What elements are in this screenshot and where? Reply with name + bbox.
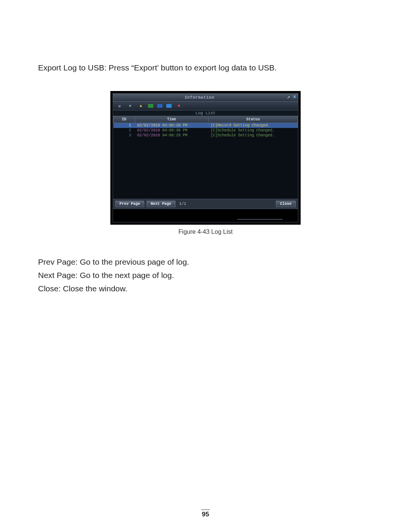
prev-page-button[interactable]: Prev Page — [115, 201, 144, 207]
definition-text: Go to the next page of log. — [78, 271, 174, 280]
col-header-status[interactable]: Status — [209, 116, 298, 123]
log-panel: ID Time Status 102/02/2010 04:08:39 PM[C… — [113, 116, 298, 199]
definition-line: Prev Page: Go to the previous page of lo… — [38, 256, 373, 268]
definition-line: Close: Close the window. — [38, 283, 373, 295]
definition-label: Next Page: — [38, 271, 78, 280]
green-tab-icon[interactable] — [148, 104, 153, 108]
window-titlebar: Information ➚ × — [113, 93, 298, 102]
cell-id: 1 — [113, 123, 135, 128]
page-indicator: 1/1 — [179, 202, 186, 206]
folder-icon[interactable] — [166, 104, 172, 108]
definition-label: Prev Page: — [38, 257, 78, 266]
definition-line: Next Page: Go to the next page of log. — [38, 269, 373, 282]
table-row[interactable]: 202/02/2010 04:08:30 PM[C]Schedule Setti… — [113, 128, 298, 133]
dvr-window: Information ➚ × ⚒ ● ▲ ■ Log List ID — [110, 91, 301, 225]
device-icon[interactable]: ■ — [175, 103, 182, 109]
cell-status: [C]Record Setting Changed. — [209, 123, 298, 128]
cell-status: [C]Schedule Setting Changed. — [209, 133, 298, 138]
figure-caption: Figure 4-43 Log List — [110, 228, 301, 235]
table-row[interactable]: 102/02/2010 04:08:39 PM[C]Record Setting… — [113, 123, 298, 128]
cursor-icon: ➚ — [286, 95, 291, 100]
close-button[interactable]: Close — [276, 201, 296, 207]
document-page: Export Log to USB: Press “Export’ button… — [0, 0, 411, 532]
playback-line-icon — [237, 219, 283, 220]
intro-label: Export Log to USB: — [38, 63, 107, 72]
cell-status: [C]Schedule Setting Changed. — [209, 128, 298, 133]
tools-icon[interactable]: ⚒ — [116, 103, 123, 109]
cell-time: 02/02/2010 04:08:26 PM — [135, 133, 209, 138]
window-title: Information — [113, 95, 286, 100]
cell-id: 3 — [113, 133, 135, 138]
definitions: Prev Page: Go to the previous page of lo… — [38, 256, 373, 295]
close-icon[interactable]: × — [291, 94, 298, 101]
next-page-button[interactable]: Next Page — [147, 201, 175, 207]
panel-subtitle: Log List — [113, 110, 298, 116]
definition-text: Go to the previous page of log. — [78, 257, 189, 266]
log-empty-area — [113, 138, 298, 199]
cell-time: 02/02/2010 04:08:30 PM — [135, 128, 209, 133]
col-header-id[interactable]: ID — [113, 116, 135, 123]
intro-text: Press “Export’ button to export log data… — [107, 63, 277, 72]
intro-line: Export Log to USB: Press “Export’ button… — [38, 62, 373, 73]
page-number: 95 — [0, 510, 411, 518]
blue-tab-icon[interactable] — [157, 104, 162, 108]
table-row[interactable]: 302/02/2010 04:08:26 PM[C]Schedule Setti… — [113, 133, 298, 138]
warning-icon[interactable]: ▲ — [137, 103, 144, 109]
figure: Information ➚ × ⚒ ● ▲ ■ Log List ID — [110, 91, 301, 235]
window-toolbar: ⚒ ● ▲ ■ — [113, 102, 298, 110]
window-footer: Prev Page Next Page 1/1 Close — [113, 199, 298, 209]
disc-icon[interactable]: ● — [127, 103, 134, 109]
window-bottom-bar — [113, 209, 298, 222]
cell-id: 2 — [113, 128, 135, 133]
definition-text: Close the window. — [61, 284, 127, 293]
definition-label: Close: — [38, 284, 61, 293]
col-header-time[interactable]: Time — [135, 116, 209, 123]
log-table: ID Time Status 102/02/2010 04:08:39 PM[C… — [113, 116, 298, 138]
cell-time: 02/02/2010 04:08:39 PM — [135, 123, 209, 128]
